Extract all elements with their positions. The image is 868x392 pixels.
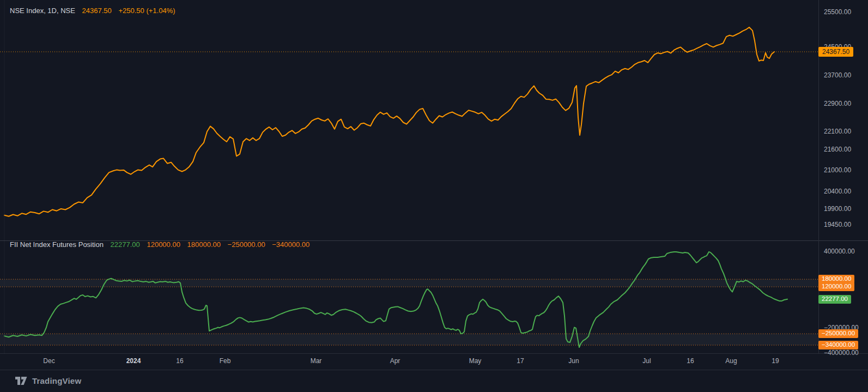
time-axis-tick-label: 16	[687, 357, 694, 365]
price-axis-tick-label: 19450.00	[824, 221, 851, 228]
price-axis-tick-label: 22900.00	[824, 100, 851, 107]
alert-band	[0, 334, 818, 345]
tradingview-chart-window: NSE Index, 1D, NSE 24367.50 +250.50 (+1.…	[0, 0, 868, 392]
symbol-title[interactable]: NSE Index, 1D, NSE	[10, 7, 75, 15]
last-price-value: 24367.50	[82, 7, 112, 15]
footer-bar: TradingView	[0, 370, 868, 391]
fii-last-value: 22277.00	[111, 240, 140, 249]
fii-last-value-badge: 22277.00	[818, 295, 851, 304]
time-axis-tick-label: Dec	[43, 357, 54, 365]
indicator-title[interactable]: FII Net Index Futures Position	[10, 240, 104, 249]
price-change-value: +250.50 (+1.04%)	[118, 7, 175, 15]
time-axis-tick-label: Jul	[642, 357, 651, 365]
alert-level-badge: 120000.00	[818, 282, 854, 291]
time-axis-tick-label: Feb	[220, 357, 231, 365]
time-axis-tick-label: 17	[517, 357, 524, 365]
fii-level-3: −250000.00	[228, 240, 265, 249]
time-axis-tick-label: Apr	[390, 357, 400, 365]
fii-position-line	[4, 252, 787, 347]
time-axis-tick-label: May	[469, 357, 482, 365]
price-axis-tick-label: 19900.00	[824, 205, 851, 213]
price-axis-tick-label: 21600.00	[824, 146, 851, 153]
last-price-badge: 24367.50	[818, 47, 853, 57]
time-axis-tick-label: Mar	[311, 357, 322, 365]
time-axis-tick-label: Aug	[725, 357, 737, 365]
price-axis-tick-label: 23700.00	[824, 71, 851, 79]
tradingview-brand-text[interactable]: TradingView	[32, 376, 81, 385]
tradingview-logo-icon[interactable]	[15, 377, 27, 385]
chart-plot-area[interactable]	[0, 0, 868, 392]
fii-level-2: 180000.00	[187, 240, 221, 249]
price-axis-tick-label: −400000.00	[824, 349, 859, 357]
time-axis-tick-label: 16	[176, 357, 183, 365]
alert-level-badge: −250000.00	[818, 329, 858, 338]
fii-level-4: −340000.00	[272, 240, 309, 249]
nse-index-line	[4, 27, 774, 216]
price-axis-tick-label: 20400.00	[824, 188, 851, 195]
alert-level-badge: −340000.00	[818, 341, 858, 349]
price-axis-tick-label: 22100.00	[824, 128, 851, 135]
price-axis-tick-label: 400000.00	[824, 248, 855, 255]
fii-pane-legend: FII Net Index Futures Position 22277.00 …	[10, 240, 309, 249]
price-axis-tick-label: 21000.00	[824, 166, 851, 174]
time-axis-tick-label: 2024	[126, 357, 141, 365]
price-pane-legend: NSE Index, 1D, NSE 24367.50 +250.50 (+1.…	[10, 7, 175, 15]
time-axis-tick-label: 19	[772, 357, 779, 365]
price-axis-tick-label: 25500.00	[824, 8, 851, 16]
fii-level-1: 120000.00	[147, 240, 180, 249]
time-axis-tick-label: Jun	[568, 357, 579, 365]
